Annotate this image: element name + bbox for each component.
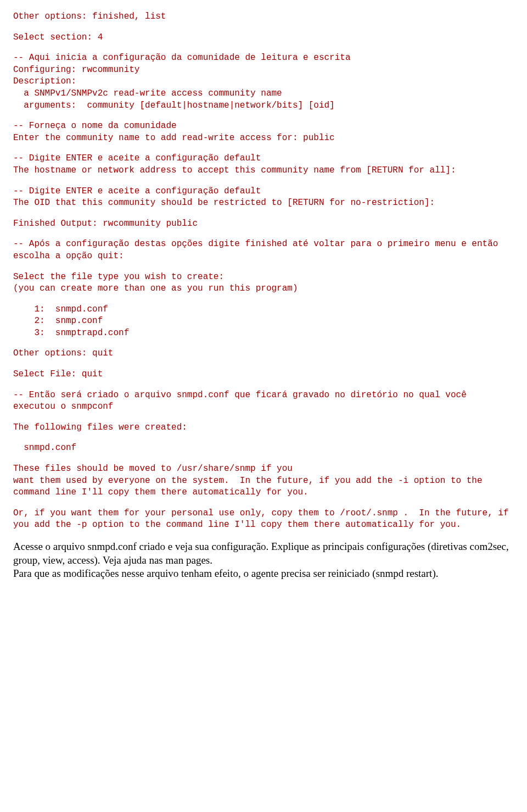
menu-option: 3: snmptrapd.conf: [13, 327, 514, 340]
comment-line: -- Aqui inicia a configuração da comunid…: [13, 52, 514, 64]
term-line: arguments: community [default|hostname|n…: [13, 100, 514, 112]
term-line: (you can create more than one as you run…: [13, 283, 514, 295]
comment-line: -- Após a configuração destas opções dig…: [13, 238, 514, 262]
comment-line: -- Digite ENTER e aceite a configuração …: [13, 186, 514, 198]
term-line: Select File: quit: [13, 369, 514, 381]
doc-paragraph: Para que as modificações nesse arquivo t…: [13, 567, 514, 581]
menu-option: 1: snmpd.conf: [13, 304, 514, 316]
term-line: snmpd.conf: [13, 442, 514, 454]
term-line: Enter the community name to add read-wri…: [13, 132, 514, 144]
term-line: Configuring: rwcommunity: [13, 64, 514, 76]
term-line: Other options: quit: [13, 348, 514, 360]
term-paragraph: Or, if you want them for your personal u…: [13, 508, 514, 531]
term-line: Other options: finished, list: [13, 11, 514, 23]
comment-line: -- Digite ENTER e aceite a configuração …: [13, 153, 514, 165]
term-line: The following files were created:: [13, 422, 514, 434]
term-line: The hostname or network address to accep…: [13, 165, 514, 177]
term-line: Description:: [13, 76, 514, 88]
term-line: Select the file type you wish to create:: [13, 271, 514, 283]
comment-line: -- Então será criado o arquivo snmpd.con…: [13, 390, 514, 413]
term-line: a SNMPv1/SNMPv2c read-write access commu…: [13, 88, 514, 100]
term-line: The OID that this community should be re…: [13, 197, 514, 209]
menu-option: 2: snmp.conf: [13, 315, 514, 327]
comment-line: -- Forneça o nome da comunidade: [13, 120, 514, 132]
term-line: Finished Output: rwcommunity public: [13, 218, 514, 230]
term-line: Select section: 4: [13, 32, 514, 44]
doc-paragraph: Acesse o arquivo snmpd.conf criado e vej…: [13, 540, 514, 567]
term-paragraph: These files should be moved to /usr/shar…: [13, 463, 514, 499]
